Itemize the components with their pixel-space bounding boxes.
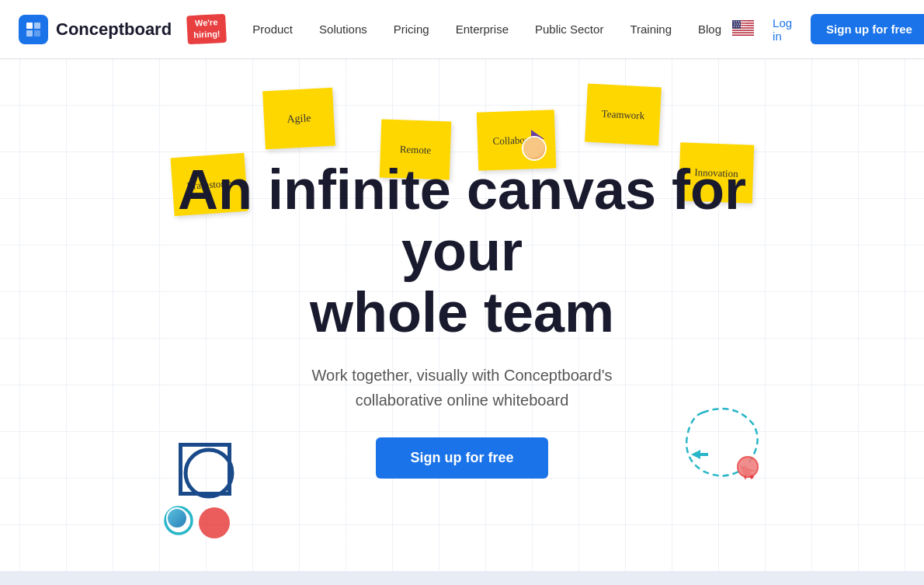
hero-title: An infinite canvas for your whole team (159, 159, 765, 344)
svg-rect-8 (732, 28, 754, 30)
svg-point-21 (738, 458, 757, 476)
nav-public-sector[interactable]: Public Sector (524, 16, 614, 42)
svg-marker-22 (691, 450, 708, 459)
hiring-badge[interactable]: We're hiring! (186, 14, 227, 44)
nav-blog[interactable]: Blog (687, 16, 732, 42)
logo[interactable]: Conceptboard (19, 15, 172, 44)
hero-subtitle: Work together, visually with Conceptboar… (276, 363, 648, 413)
hero-cta-button[interactable]: Sign up for free (376, 437, 547, 479)
main-nav: Product Solutions Pricing Enterprise Pub… (241, 16, 732, 42)
user-cursor-purple (522, 136, 547, 161)
hero-content: An infinite canvas for your whole team W… (159, 159, 765, 479)
logo-icon (19, 15, 48, 44)
dashed-selection (679, 397, 773, 493)
svg-rect-0 (26, 23, 33, 29)
hero-section: Agile Remote Collaborate Teamwork Brains… (0, 58, 924, 571)
sticky-note-agile: Agile (262, 88, 335, 150)
nav-training[interactable]: Training (619, 16, 683, 42)
svg-rect-10 (732, 33, 754, 34)
circle-outline-large (179, 443, 231, 496)
language-selector[interactable]: ★★★★★★ ★★★★★ ★★★★★★ (732, 20, 754, 39)
svg-point-18 (199, 507, 230, 538)
nav-product[interactable]: Product (241, 16, 304, 42)
login-button[interactable]: Log in (763, 10, 801, 49)
header: Conceptboard We're hiring! Product Solut… (0, 0, 924, 58)
svg-rect-9 (732, 30, 754, 32)
header-right: ★★★★★★ ★★★★★ ★★★★★★ Log in Sign up for f… (732, 10, 924, 49)
signup-button[interactable]: Sign up for free (811, 14, 924, 45)
svg-rect-3 (34, 30, 40, 37)
svg-rect-2 (26, 30, 33, 37)
svg-rect-1 (34, 23, 40, 29)
user-avatar-1 (522, 136, 547, 161)
nav-enterprise[interactable]: Enterprise (445, 16, 519, 42)
logo-text: Conceptboard (56, 19, 172, 40)
svg-text:★★★★★★: ★★★★★★ (733, 25, 747, 28)
circle-filled-orange (198, 507, 231, 542)
nav-pricing[interactable]: Pricing (383, 16, 440, 42)
sticky-note-teamwork: Teamwork (585, 84, 662, 146)
footer-bar: R Revain (0, 571, 924, 585)
nav-solutions[interactable]: Solutions (308, 16, 378, 42)
flag-icon: ★★★★★★ ★★★★★ ★★★★★★ (732, 20, 754, 36)
svg-point-16 (186, 450, 232, 496)
user-avatar-2 (166, 507, 188, 529)
